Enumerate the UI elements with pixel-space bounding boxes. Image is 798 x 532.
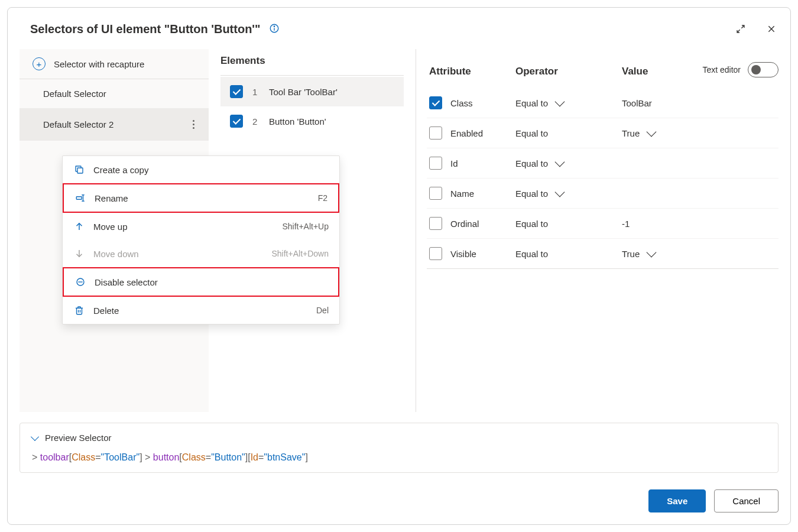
selector-item-label: Default Selector [43, 89, 106, 99]
element-index: 2 [252, 116, 259, 126]
menu-item-label: Delete [93, 306, 308, 316]
operator-dropdown[interactable]: Equal to [515, 219, 622, 229]
operator-value: Equal to [515, 98, 548, 108]
attribute-checkbox[interactable] [429, 126, 442, 140]
trash-icon [73, 305, 85, 316]
dialog-title: Selectors of UI element "Button 'Button'… [30, 22, 261, 36]
elements-title: Elements [220, 55, 265, 67]
menu-item-delete[interactable]: DeleteDel [63, 297, 339, 324]
menu-item-label: Rename [95, 193, 310, 203]
menu-item-shortcut: F2 [318, 193, 327, 203]
cancel-button[interactable]: Cancel [714, 489, 778, 512]
attribute-row: NameEqual to [427, 179, 778, 209]
attribute-name: Ordinal [450, 219, 479, 229]
menu-item-shortcut: Shift+Alt+Down [272, 249, 329, 258]
operator-dropdown[interactable]: Equal to [515, 189, 622, 199]
menu-item-shortcut: Del [316, 306, 329, 315]
operator-value: Equal to [515, 219, 548, 229]
attribute-checkbox[interactable] [429, 247, 442, 260]
attribute-row: EnabledEqual toTrue [427, 118, 778, 148]
rename-icon [74, 193, 86, 203]
copy-icon [73, 164, 85, 175]
attribute-checkbox[interactable] [429, 217, 442, 230]
preview-title: Preview Selector [45, 433, 112, 443]
chevron-down-icon[interactable] [555, 97, 565, 107]
attribute-name: Enabled [450, 128, 483, 138]
attribute-name: Id [450, 158, 458, 168]
value-cell[interactable]: True [622, 249, 778, 259]
plus-icon: + [33, 57, 46, 70]
attribute-name: Name [450, 189, 474, 199]
element-checkbox[interactable] [230, 85, 243, 98]
element-index: 1 [252, 87, 259, 97]
menu-item-label: Move down [93, 249, 264, 259]
attribute-value: True [622, 128, 640, 138]
operator-dropdown[interactable]: Equal to [515, 98, 622, 108]
selector-item[interactable]: Default Selector [20, 79, 209, 108]
value-cell[interactable]: -1 [622, 219, 778, 229]
element-row[interactable]: 1Tool Bar 'ToolBar' [220, 77, 404, 106]
operator-value: Equal to [515, 158, 548, 168]
element-row[interactable]: 2Button 'Button' [220, 106, 404, 136]
attribute-name: Class [450, 98, 473, 108]
attribute-row: IdEqual to [427, 148, 778, 179]
attribute-checkbox[interactable] [429, 187, 442, 200]
text-editor-toggle[interactable] [748, 62, 778, 77]
dialog-header: Selectors of UI element "Button 'Button'… [20, 22, 778, 36]
chevron-down-icon[interactable] [647, 248, 657, 258]
selector-with-recapture-label: Selector with recapture [54, 59, 144, 69]
operator-dropdown[interactable]: Equal to [515, 158, 622, 168]
menu-item-move-up[interactable]: Move upShift+Alt+Up [63, 213, 339, 240]
selector-item[interactable]: Default Selector 2 [20, 108, 209, 141]
arrow-down-icon [73, 248, 85, 259]
menu-item-label: Create a copy [93, 165, 329, 175]
menu-item-disable-selector[interactable]: Disable selector [63, 267, 339, 297]
attribute-checkbox[interactable] [429, 157, 442, 170]
attributes-panel: Attribute Operator Value ClassEqual toTo… [416, 49, 778, 412]
operator-value: Equal to [515, 249, 548, 259]
value-cell[interactable]: True [622, 128, 778, 138]
attribute-checkbox[interactable] [429, 96, 442, 109]
menu-item-label: Disable selector [95, 277, 327, 287]
preview-code: > toolbar[Class="ToolBar"] > button[Clas… [32, 452, 766, 463]
value-cell[interactable]: ToolBar [622, 98, 778, 108]
info-icon[interactable] [269, 23, 280, 35]
preview-toggle[interactable]: Preview Selector [32, 433, 766, 443]
attr-header-operator: Operator [515, 66, 622, 77]
menu-item-create-copy[interactable]: Create a copy [63, 156, 339, 183]
chevron-down-icon[interactable] [555, 187, 565, 197]
selector-dialog: Selectors of UI element "Button 'Button'… [7, 7, 791, 525]
preview-selector-panel: Preview Selector > toolbar[Class="ToolBa… [20, 423, 778, 473]
menu-item-shortcut: Shift+Alt+Up [282, 222, 329, 231]
element-label: Button 'Button' [269, 116, 326, 126]
attribute-row: OrdinalEqual to-1 [427, 209, 778, 239]
arrow-up-icon [73, 221, 85, 232]
attribute-value: True [622, 249, 640, 259]
dialog-footer: Save Cancel [20, 489, 778, 512]
close-icon[interactable] [764, 22, 778, 36]
attribute-row: VisibleEqual toTrue [427, 239, 778, 269]
attribute-value: -1 [622, 219, 630, 229]
svg-point-2 [274, 26, 274, 27]
menu-item-rename[interactable]: RenameF2 [63, 183, 339, 213]
operator-dropdown[interactable]: Equal to [515, 128, 622, 138]
attribute-row: ClassEqual toToolBar [427, 88, 778, 118]
selector-context-menu: Create a copyRenameF2Move upShift+Alt+Up… [62, 155, 340, 325]
element-checkbox[interactable] [230, 115, 243, 128]
selector-item-label: Default Selector 2 [43, 119, 113, 129]
operator-value: Equal to [515, 128, 548, 138]
operator-value: Equal to [515, 189, 548, 199]
more-icon[interactable] [190, 118, 197, 131]
selector-with-recapture-button[interactable]: + Selector with recapture [20, 49, 209, 79]
save-button[interactable]: Save [648, 489, 706, 512]
disable-icon [74, 277, 86, 287]
svg-rect-6 [76, 197, 82, 200]
chevron-down-icon [31, 432, 39, 440]
element-label: Tool Bar 'ToolBar' [269, 87, 338, 97]
operator-dropdown[interactable]: Equal to [515, 249, 622, 259]
chevron-down-icon[interactable] [647, 127, 657, 137]
chevron-down-icon[interactable] [555, 157, 565, 167]
text-editor-label: Text editor [702, 65, 741, 74]
attribute-value: ToolBar [622, 98, 652, 108]
expand-icon[interactable] [734, 22, 748, 36]
